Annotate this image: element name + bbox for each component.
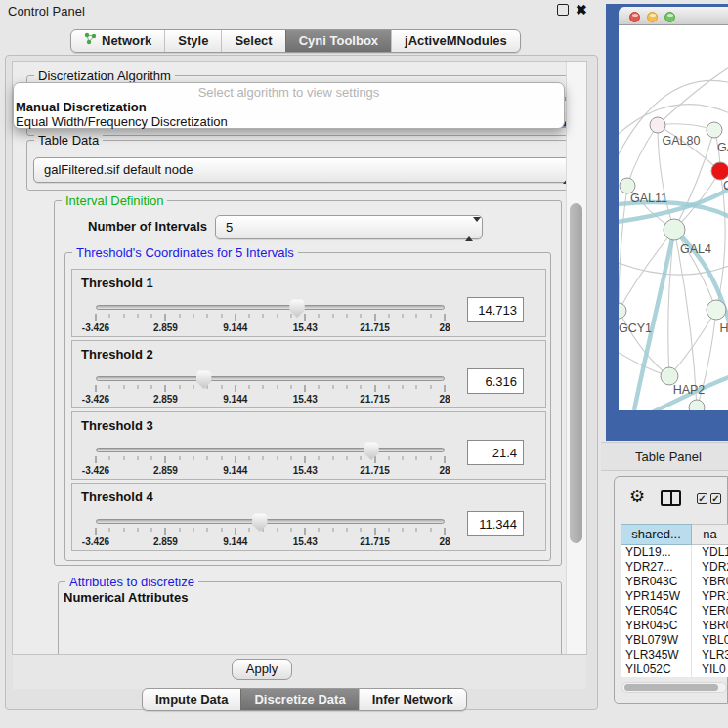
zoom-traffic-light-icon[interactable] [664,12,675,22]
split-columns-icon[interactable] [661,490,681,506]
tick-label: 28 [439,465,450,476]
network-node-node-bottom[interactable] [689,400,705,410]
cell-shared-name[interactable]: YER054C [621,604,692,619]
network-edge[interactable] [658,124,714,130]
tick-mark [277,314,278,318]
close-traffic-light-icon[interactable] [629,12,640,22]
cell-name[interactable]: YBL0 [692,633,728,648]
dropdown-option-manual-discretization[interactable]: Manual Discretization [14,100,564,114]
tick-mark [109,314,110,318]
threshold-slider[interactable]: -3.4262.8599.14415.4321.71528 [96,299,445,332]
cell-shared-name[interactable]: YLR345W [621,648,692,663]
apply-footer: Apply [13,654,586,689]
cell-name[interactable]: YDR2 [692,560,728,575]
tick-mark [332,528,333,532]
tab-jactivemnodules[interactable]: jActiveMNodules [391,30,520,52]
scrollbar-thumb[interactable] [624,684,718,691]
column-header-name[interactable]: na [692,524,728,545]
table-row[interactable]: YIL052CYIL0 [621,663,728,677]
network-node-GCY1[interactable] [619,303,626,319]
checkbox-checked-icon[interactable]: ✓ [710,493,721,504]
cell-shared-name[interactable]: YDR27... [621,560,692,575]
tick-mark [207,528,208,532]
cell-name[interactable]: YLR3 [692,648,728,663]
network-view-window: GAL80GACGAL11GAL4GCY1HHAP2 [619,7,728,410]
number-of-intervals-combobox[interactable]: 5 [215,215,483,239]
apply-button[interactable]: Apply [232,659,292,680]
cell-name[interactable]: YIL0 [692,663,728,677]
tick-mark [277,528,278,532]
float-window-icon[interactable] [557,4,569,16]
tab-infer-network[interactable]: Infer Network [359,689,466,710]
tick-mark [403,314,404,318]
cell-name[interactable]: YPR1 [692,589,728,604]
dropdown-option-equal-width-frequency[interactable]: Equal Width/Frequency Discretization [14,114,564,129]
cell-shared-name[interactable]: YDL19... [621,545,692,560]
tick-mark [151,385,152,389]
network-canvas[interactable]: GAL80GACGAL11GAL4GCY1HHAP2 [619,25,728,410]
tick-mark [235,314,236,321]
tab-cyni-toolbox[interactable]: Cyni Toolbox [285,30,391,52]
slider-track[interactable] [96,519,445,524]
network-node-GAL80[interactable] [650,117,665,133]
tab-select[interactable]: Select [221,30,284,52]
cell-name[interactable]: YBR0 [692,575,728,589]
threshold-value-field[interactable]: 11.344 [467,511,524,536]
cell-shared-name[interactable]: YIL052C [621,663,692,677]
network-window-titlebar[interactable] [619,7,728,25]
network-edge[interactable] [674,230,697,407]
checkbox-checked-icon[interactable]: ✓ [697,493,707,504]
tick-mark [263,385,264,389]
cell-shared-name[interactable]: YBR043C [621,575,692,589]
table-row[interactable]: YDL19...YDL1 [621,545,728,560]
slider-track[interactable] [96,305,445,310]
tick-mark [207,314,208,318]
scrollbar-thumb[interactable] [570,203,582,543]
network-edge[interactable] [627,125,658,186]
table-row[interactable]: YPR145WYPR1 [621,589,728,604]
cell-shared-name[interactable]: YPR145W [621,589,692,604]
threshold-slider[interactable]: -3.4262.8599.14415.4321.71528 [96,513,445,546]
cell-shared-name[interactable]: YBR045C [621,619,692,633]
network-node-GAL4[interactable] [664,219,685,240]
network-edge[interactable] [658,64,728,125]
table-row[interactable]: YER054CYER0 [621,604,728,619]
tick-mark [151,528,152,532]
table-row[interactable]: YDR27...YDR2 [621,560,728,575]
slider-track[interactable] [96,376,445,381]
threshold-value-field[interactable]: 21.4 [467,440,524,465]
cell-name[interactable]: YBR0 [692,619,728,633]
tab-discretize-data[interactable]: Discretize Data [240,689,358,710]
cyni-mode-tabs: Impute Data Discretize Data Infer Networ… [142,688,467,711]
threshold-slider[interactable]: -3.4262.8599.14415.4321.71528 [96,370,445,404]
table-row[interactable]: YLR345WYLR3 [621,648,728,663]
cell-shared-name[interactable]: YBL079W [621,633,692,648]
column-header-shared-name[interactable]: shared... [621,524,692,545]
tab-style[interactable]: Style [164,30,221,52]
close-icon[interactable]: ✖ [576,2,587,18]
threshold-slider[interactable]: -3.4262.8599.14415.4321.71528 [96,442,445,475]
tick-mark [374,385,375,392]
network-node-red-node[interactable] [711,162,728,180]
table-row[interactable]: YBL079WYBL0 [621,633,728,648]
gear-icon[interactable]: ⚙ [629,488,645,505]
cell-name[interactable]: YER0 [692,604,728,619]
tab-network[interactable]: Network [71,30,164,52]
table-horizontal-scrollbar[interactable] [621,682,727,693]
threshold-value-field[interactable]: 14.713 [467,297,524,322]
network-edge[interactable] [669,310,716,376]
threshold-value-field[interactable]: 6.316 [467,368,524,394]
cell-name[interactable]: YDL1 [692,545,728,560]
table-data-combobox[interactable]: galFiltered.sif default node [33,157,566,183]
table-row[interactable]: YBR043CYBR0 [621,575,728,589]
dropdown-placeholder: Select algorithm to view settings [14,85,564,100]
network-node-GA[interactable] [707,122,722,138]
slider-track[interactable] [96,448,445,452]
minimize-traffic-light-icon[interactable] [647,12,658,22]
panel-vertical-scrollbar[interactable] [566,62,586,654]
network-edge[interactable] [619,260,728,275]
tick-mark [179,456,180,460]
tab-impute-data[interactable]: Impute Data [143,689,240,710]
table-row[interactable]: YBR045CYBR0 [621,619,728,633]
network-node-H[interactable] [707,300,726,320]
